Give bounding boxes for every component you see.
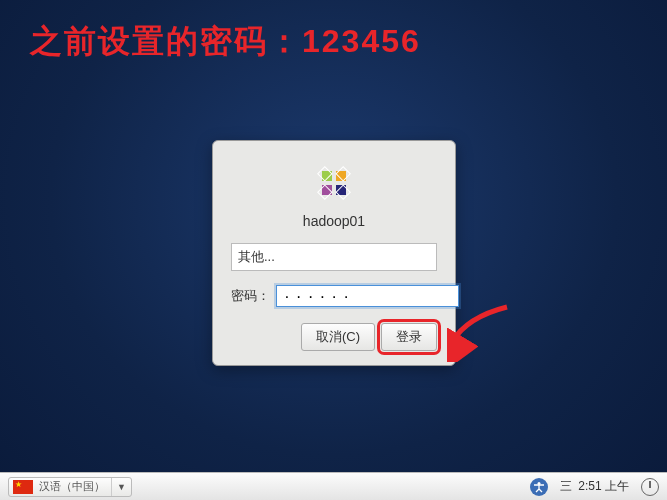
username-selector[interactable]: 其他... [231, 243, 437, 271]
hostname-label: hadoop01 [231, 213, 437, 229]
centos-logo [231, 157, 437, 209]
clock[interactable]: 三 2:51 上午 [560, 478, 629, 495]
login-button[interactable]: 登录 [381, 323, 437, 351]
cancel-button[interactable]: 取消(C) [301, 323, 375, 351]
chevron-down-icon[interactable]: ▼ [111, 478, 131, 496]
annotation-arrow-icon [447, 302, 527, 362]
ime-label: 汉语（中国） [37, 479, 111, 494]
password-input[interactable] [276, 285, 459, 307]
taskbar-right: 三 2:51 上午 [530, 478, 659, 496]
taskbar-left: 汉语（中国） ▼ [8, 477, 132, 497]
annotation-text: 之前设置的密码：123456 [30, 20, 421, 64]
taskbar: 汉语（中国） ▼ 三 2:51 上午 [0, 472, 667, 500]
flag-icon [13, 480, 33, 494]
clock-time: 2:51 上午 [578, 478, 629, 495]
button-row: 取消(C) 登录 [231, 323, 437, 351]
password-row: 密码： [231, 285, 437, 307]
accessibility-icon[interactable] [530, 478, 548, 496]
power-icon[interactable] [641, 478, 659, 496]
login-panel: hadoop01 其他... 密码： 取消(C) 登录 [212, 140, 456, 366]
ime-selector[interactable]: 汉语（中国） ▼ [8, 477, 132, 497]
clock-day: 三 [560, 478, 572, 495]
password-label: 密码： [231, 287, 270, 305]
